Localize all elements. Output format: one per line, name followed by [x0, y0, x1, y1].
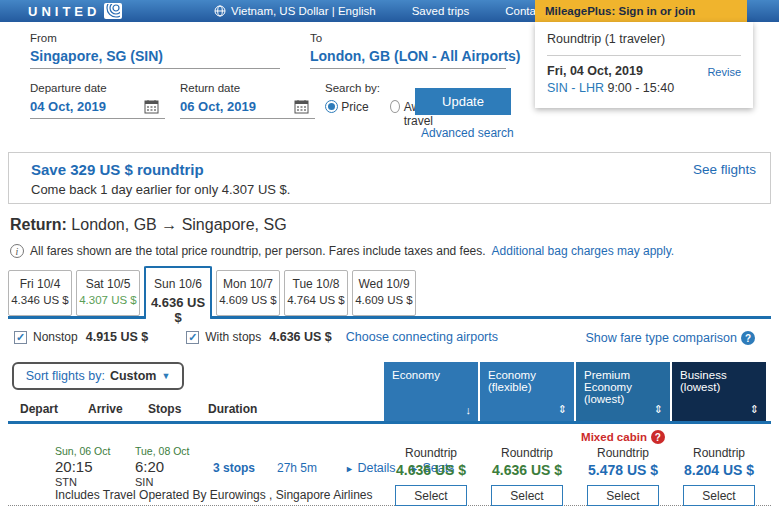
sort-down-icon[interactable]: ↓ [466, 404, 472, 416]
select-button-premium-economy[interactable]: Select [587, 485, 659, 506]
update-button[interactable]: Update [415, 88, 511, 115]
table-header-underline [8, 421, 771, 424]
departure-calendar-icon[interactable] [144, 99, 159, 118]
withstops-price: 4.636 US $ [269, 330, 332, 344]
fare-note-text: All fares shown are the total price roun… [30, 244, 486, 258]
locale-selector[interactable]: Vietnam, US Dollar | English [214, 5, 376, 17]
select-button-economy-flexible[interactable]: Select [491, 485, 563, 506]
saved-trips-link[interactable]: Saved trips [412, 5, 470, 17]
fare-price: 4.636 US $ [480, 462, 574, 478]
from-label: From [30, 32, 57, 44]
bag-charges-link[interactable]: Additional bag charges may apply. [492, 244, 675, 258]
see-flights-link[interactable]: See flights [693, 162, 756, 177]
revise-link[interactable]: Revise [707, 66, 741, 78]
mixed-cabin-badge: Mixed cabin ? [576, 430, 670, 444]
column-header-arrive: Arrive [88, 402, 123, 416]
filters-row: ✓ Nonstop 4.915 US $ ✓ With stops 4.636 … [14, 330, 498, 344]
nonstop-label: Nonstop [33, 330, 78, 344]
help-icon[interactable]: ? [741, 331, 755, 345]
fare-price: 8.204 US $ [672, 462, 766, 478]
united-globe-icon [104, 3, 122, 19]
depart-info: Sun, 06 Oct 20:15 STN [55, 445, 110, 488]
return-calendar-icon[interactable] [294, 99, 309, 118]
date-tab-mon[interactable]: Mon 10/7 4.609 US $ [216, 270, 280, 316]
date-tab-tue[interactable]: Tue 10/8 4.764 US $ [284, 270, 348, 316]
connecting-airports-link[interactable]: Choose connecting airports [346, 330, 498, 344]
price-radio[interactable]: Price [325, 100, 369, 114]
stops-link[interactable]: 3 stops [213, 461, 255, 475]
select-button-business[interactable]: Select [683, 485, 755, 506]
sort-both-icon[interactable]: ⇕ [558, 403, 567, 416]
fare-label: Roundtrip [480, 446, 574, 460]
column-header-business[interactable]: Business (lowest) ⇕ [672, 362, 766, 421]
promo-subtitle: Come back 1 day earlier for only 4.307 U… [31, 182, 290, 197]
departure-date-label: Departure date [30, 82, 107, 94]
return-date-label: Return date [180, 82, 240, 94]
to-label: To [310, 32, 322, 44]
sort-both-icon[interactable]: ⇕ [750, 403, 759, 416]
date-tab-sat[interactable]: Sat 10/5 4.307 US $ [76, 270, 140, 316]
depart-time: 20:15 [55, 458, 110, 475]
sort-both-icon[interactable]: ⇕ [654, 403, 663, 416]
mileageplus-signin-button[interactable]: MileagePlus: Sign in or join [535, 0, 747, 22]
column-header-depart: Depart [20, 402, 58, 416]
from-input[interactable]: Singapore, SG (SIN) [30, 48, 163, 64]
column-header-economy[interactable]: Economy ↓ [384, 362, 478, 421]
fare-label: Roundtrip [576, 446, 670, 460]
price-radio-circle[interactable] [325, 100, 338, 113]
select-button-economy[interactable]: Select [395, 485, 467, 506]
trip-route-line: SIN - LHR 9:00 - 15:40 [547, 81, 741, 95]
withstops-checkbox[interactable]: ✓ [186, 331, 199, 344]
duration-value: 27h 5m [277, 461, 317, 475]
fare-comparison-link[interactable]: Show fare type comparison ? [586, 331, 755, 345]
top-navigation-bar: UNITED Vietnam, US Dollar | English Save… [0, 0, 779, 22]
price-radio-label: Price [341, 100, 368, 114]
column-header-stops: Stops [148, 402, 181, 416]
sort-flights-dropdown[interactable]: Sort flights by: Custom ▼ [12, 362, 184, 390]
column-header-premium-economy[interactable]: Premium Economy (lowest) ⇕ [576, 362, 670, 421]
date-tab-wed[interactable]: Wed 10/9 4.609 US $ [352, 270, 416, 316]
nonstop-checkbox[interactable]: ✓ [14, 331, 27, 344]
award-radio-circle[interactable] [390, 100, 400, 113]
chevron-down-icon: ▼ [161, 371, 170, 381]
return-heading-route: London, GB → Singapore, SG [71, 216, 286, 233]
arrive-time: 6:20 [135, 458, 189, 475]
fare-price: 5.478 US $ [576, 462, 670, 478]
to-input[interactable]: London, GB (LON - All Airports) [310, 48, 521, 64]
return-underline [180, 118, 315, 119]
promo-banner: Save 329 US $ roundtrip Come back 1 day … [8, 152, 771, 204]
advanced-search-link[interactable]: Advanced search [421, 126, 514, 140]
date-tab-fri[interactable]: Fri 10/4 4.346 US $ [8, 270, 72, 316]
fare-label: Roundtrip [672, 446, 766, 460]
departure-date-input[interactable]: 04 Oct, 2019 [30, 99, 106, 114]
topnav: Vietnam, US Dollar | English Saved trips… [214, 0, 560, 22]
trip-times: 9:00 - 15:40 [607, 81, 674, 95]
fare-cell-economy: Roundtrip 4.636 US $ Select [384, 430, 478, 506]
depart-airport: STN [55, 476, 110, 488]
withstops-label: With stops [205, 330, 261, 344]
united-logo[interactable]: UNITED [28, 3, 122, 19]
trip-route: SIN - LHR [547, 81, 604, 95]
tabs-underline [8, 316, 771, 319]
depart-date: Sun, 06 Oct [55, 445, 110, 457]
info-icon: i [10, 244, 24, 258]
united-flight-search-page: UNITED Vietnam, US Dollar | English Save… [0, 0, 779, 519]
fare-cell-premium-economy: Mixed cabin ? Roundtrip 5.478 US $ Selec… [576, 430, 670, 506]
to-underline [310, 68, 506, 69]
return-date-input[interactable]: 06 Oct, 2019 [180, 99, 256, 114]
mixed-cabin-help-icon[interactable]: ? [651, 430, 665, 444]
column-header-duration: Duration [208, 402, 257, 416]
nonstop-price: 4.915 US $ [86, 330, 149, 344]
details-arrow-icon: ► [345, 464, 354, 474]
date-tab-sun-active[interactable]: Sun 10/6 4.636 US $ [144, 266, 212, 319]
from-underline [30, 68, 280, 69]
divider [547, 55, 741, 56]
departure-underline [30, 118, 165, 119]
arrive-airport: SIN [135, 476, 189, 488]
arrive-date: Tue, 08 Oct [135, 445, 189, 457]
promo-title[interactable]: Save 329 US $ roundtrip [31, 161, 204, 178]
return-heading: Return: London, GB → Singapore, SG [10, 216, 287, 234]
arrive-info: Tue, 08 Oct 6:20 SIN [135, 445, 189, 488]
united-wordmark: UNITED [28, 4, 100, 19]
column-header-economy-flexible[interactable]: Economy (flexible) ⇕ [480, 362, 574, 421]
